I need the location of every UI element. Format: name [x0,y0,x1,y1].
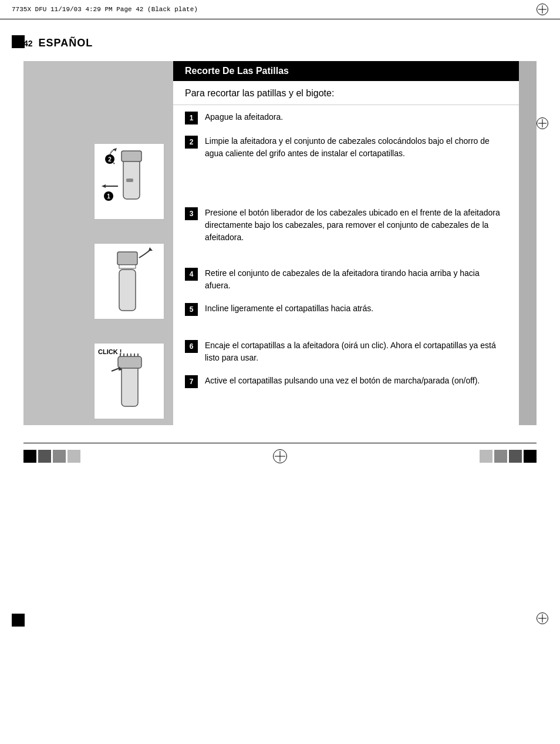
images-and-content: 2 1 [85,61,519,425]
step-text-3: Presione el botón liberador de los cabez… [205,207,507,244]
svg-rect-13 [122,365,138,406]
page-number: 42 [23,39,33,48]
footer-right-squares [480,450,537,463]
registration-mark-top-right [537,4,548,15]
svg-rect-11 [119,265,136,268]
steps-container: 1 Apague la afeitadora. 2 Limpie la afei… [173,111,519,388]
illustration-1: 2 1 [94,143,164,220]
step-text-6: Encaje el cortapatillas a la afeitadora … [205,339,507,364]
svg-marker-12 [149,247,153,251]
content-row: 2 1 [23,61,537,425]
svg-rect-9 [119,270,136,311]
reg-mark-right-bottom [537,612,548,627]
svg-text:2: 2 [108,156,112,163]
footer [23,443,537,463]
page-title: ESPAÑOL [39,37,93,49]
header-text: 7735X DFU 11/19/03 4:29 PM Page 42 (Blac… [12,6,198,13]
svg-marker-6 [102,184,106,188]
footer-sq-black [23,450,36,463]
step-number-3: 3 [185,207,198,220]
svg-rect-14 [118,356,141,368]
svg-rect-1 [122,151,141,161]
images-column: 2 1 [85,61,173,425]
section-title-bar: Recorte De Las Patillas [173,61,519,81]
svg-rect-10 [117,252,137,265]
click-label: CLICK ! [98,348,122,355]
footer-sq-light [68,450,80,463]
footer-sq-dark [38,450,51,463]
page-header: 42 ESPAÑOL [23,37,537,49]
footer-sq-light-r1 [480,450,492,463]
step-item-1: 1 Apague la afeitadora. [185,111,507,124]
step-item-3: 3 Presione el botón liberador de los cab… [185,207,507,244]
step-item-7: 7 Active el cortapatillas pulsando una v… [185,375,507,388]
step-number-7: 7 [185,375,198,388]
black-marker-bottom-left [12,614,25,627]
step-number-6: 6 [185,340,198,353]
step-text-2: Limpie la afeitadora y el conjunto de ca… [205,135,507,160]
illus-svg-3 [97,354,161,418]
registration-mark-bottom-center [273,449,287,463]
step-item-6: 6 Encaje el cortapatillas a la afeitador… [185,339,507,364]
content-column: Recorte De Las Patillas Para recortar la… [173,61,519,425]
step-text-4: Retire el conjunto de cabezales de la af… [205,267,507,292]
footer-sq-mid [53,450,66,463]
illus-svg-2 [97,246,161,317]
section-title: Recorte De Las Patillas [185,66,289,76]
step-text-1: Apague la afeitadora. [205,111,507,123]
step-item-2: 2 Limpie la afeitadora y el conjunto de … [185,135,507,160]
step-text-7: Active el cortapatillas pulsando una vez… [205,375,507,387]
step-number-5: 5 [185,303,198,316]
reg-mark-right-side [537,117,548,132]
illustration-2 [94,243,164,319]
step-item-4: 4 Retire el conjunto de cabezales de la … [185,267,507,292]
footer-sq-black-r4 [524,450,537,463]
svg-text:1: 1 [107,193,110,200]
step-number-1: 1 [185,112,198,124]
step-number-2: 2 [185,136,198,149]
illustration-3: CLICK ! [94,343,164,419]
section-subtitle: Para recortar las patillas y el bigote: [173,81,519,105]
left-grey-sidebar [23,61,85,425]
illus-svg-1: 2 1 [97,146,161,217]
main-content: 42 ESPAÑOL [0,19,560,475]
footer-left-squares [23,450,80,463]
footer-sq-mid-r2 [494,450,507,463]
step-text-5: Incline ligeramente el cortapatillas hac… [205,302,507,315]
header-line: 7735X DFU 11/19/03 4:29 PM Page 42 (Blac… [0,0,560,19]
svg-rect-2 [126,179,133,182]
right-grey-bar [519,61,537,425]
step-number-4: 4 [185,268,198,281]
step-item-5: 5 Incline ligeramente el cortapatillas h… [185,302,507,316]
footer-sq-dark-r3 [509,450,522,463]
